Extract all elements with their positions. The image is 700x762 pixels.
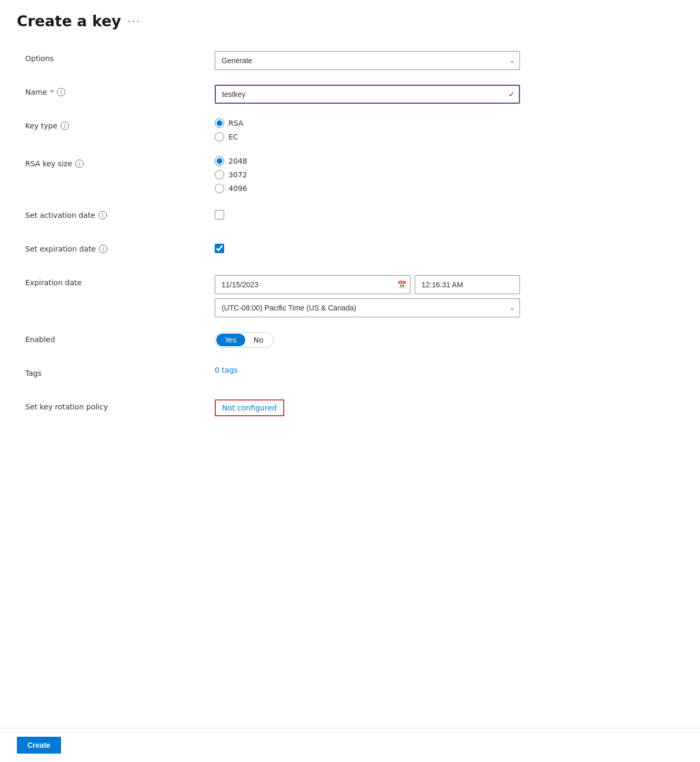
- rsa-key-size-control: 2048 3072 4096: [215, 156, 520, 193]
- expiration-time-input[interactable]: [415, 275, 520, 294]
- tags-control: 0 tags: [215, 366, 520, 374]
- key-type-ec-radio[interactable]: [215, 132, 224, 142]
- rsa-2048-option[interactable]: 2048: [215, 156, 520, 166]
- key-type-control: RSA EC: [215, 118, 520, 142]
- key-type-rsa-radio[interactable]: [215, 118, 224, 128]
- key-type-label: Key type i: [25, 118, 215, 130]
- rsa-2048-radio[interactable]: [215, 156, 224, 166]
- rsa-key-size-info-icon[interactable]: i: [75, 159, 84, 168]
- rsa-key-size-label: RSA key size i: [25, 156, 215, 168]
- expiration-date-label: Expiration date: [25, 275, 215, 287]
- enabled-toggle-pill[interactable]: Yes No: [215, 332, 274, 348]
- expiration-date-toggle-row: Set expiration date i: [25, 242, 675, 260]
- name-input[interactable]: [215, 85, 520, 104]
- options-label: Options: [25, 51, 215, 63]
- activation-date-control: [215, 208, 520, 221]
- ellipsis-menu[interactable]: ···: [127, 15, 141, 28]
- rotation-policy-row: Set key rotation policy Not configured: [25, 399, 675, 418]
- activation-date-info-icon[interactable]: i: [98, 211, 107, 219]
- key-type-radio-group: RSA EC: [215, 118, 520, 142]
- rsa-key-size-radio-group: 2048 3072 4096: [215, 156, 520, 193]
- key-type-ec-label: EC: [228, 133, 238, 141]
- expiration-date-input[interactable]: [215, 275, 411, 294]
- activation-date-label: Set activation date i: [25, 208, 215, 219]
- tags-label: Tags: [25, 366, 215, 377]
- rsa-3072-radio[interactable]: [215, 170, 224, 179]
- required-indicator: *: [50, 88, 54, 96]
- checkmark-icon: ✓: [508, 90, 515, 98]
- activation-date-checkbox[interactable]: [215, 210, 224, 219]
- activation-date-row: Set activation date i: [25, 208, 675, 227]
- options-control: Generate ⌄: [215, 51, 520, 70]
- enabled-toggle[interactable]: Yes No: [215, 332, 520, 348]
- rsa-3072-option[interactable]: 3072: [215, 170, 520, 179]
- create-button[interactable]: Create: [17, 737, 61, 754]
- key-type-row: Key type i RSA EC: [25, 118, 675, 142]
- key-type-rsa-label: RSA: [228, 119, 243, 127]
- page-title: Create a key: [17, 13, 121, 30]
- key-type-rsa-option[interactable]: RSA: [215, 118, 520, 128]
- enabled-row: Enabled Yes No: [25, 332, 675, 351]
- rsa-4096-radio[interactable]: [215, 184, 224, 193]
- rsa-2048-label: 2048: [228, 157, 247, 165]
- options-select[interactable]: Generate: [215, 51, 520, 70]
- rsa-4096-option[interactable]: 4096: [215, 184, 520, 193]
- enabled-label: Enabled: [25, 332, 215, 344]
- expiration-date-toggle-control: [215, 242, 520, 255]
- tags-link[interactable]: 0 tags: [215, 366, 238, 374]
- name-info-icon[interactable]: i: [57, 88, 65, 96]
- expiration-date-control: 📅 (UTC-08:00) Pacific Time (US & Canada)…: [215, 275, 520, 317]
- enabled-yes-option[interactable]: Yes: [216, 334, 245, 346]
- expiration-date-checkbox[interactable]: [215, 244, 224, 253]
- enabled-no-option[interactable]: No: [245, 334, 272, 346]
- expiration-date-row: Expiration date 📅 (UTC-08:00) Pacific Ti…: [25, 275, 675, 317]
- name-row: Name * i ✓: [25, 85, 675, 104]
- name-label: Name * i: [25, 85, 215, 96]
- rsa-key-size-row: RSA key size i 2048 3072 4096: [25, 156, 675, 193]
- rsa-4096-label: 4096: [228, 184, 247, 193]
- enabled-control: Yes No: [215, 332, 520, 348]
- page-footer: Create: [0, 728, 700, 762]
- expiration-date-toggle-label: Set expiration date i: [25, 242, 215, 253]
- expiration-date-info-icon[interactable]: i: [99, 245, 107, 253]
- rsa-3072-label: 3072: [228, 171, 247, 179]
- options-row: Options Generate ⌄: [25, 51, 675, 70]
- rotation-policy-control: Not configured: [215, 399, 520, 416]
- timezone-select[interactable]: (UTC-08:00) Pacific Time (US & Canada): [215, 298, 520, 317]
- rotation-policy-label: Set key rotation policy: [25, 399, 215, 411]
- not-configured-button[interactable]: Not configured: [215, 399, 284, 416]
- name-control: ✓: [215, 85, 520, 104]
- key-type-info-icon[interactable]: i: [61, 122, 69, 130]
- key-type-ec-option[interactable]: EC: [215, 132, 520, 142]
- date-input-wrapper: 📅: [215, 275, 411, 294]
- tags-row: Tags 0 tags: [25, 366, 675, 385]
